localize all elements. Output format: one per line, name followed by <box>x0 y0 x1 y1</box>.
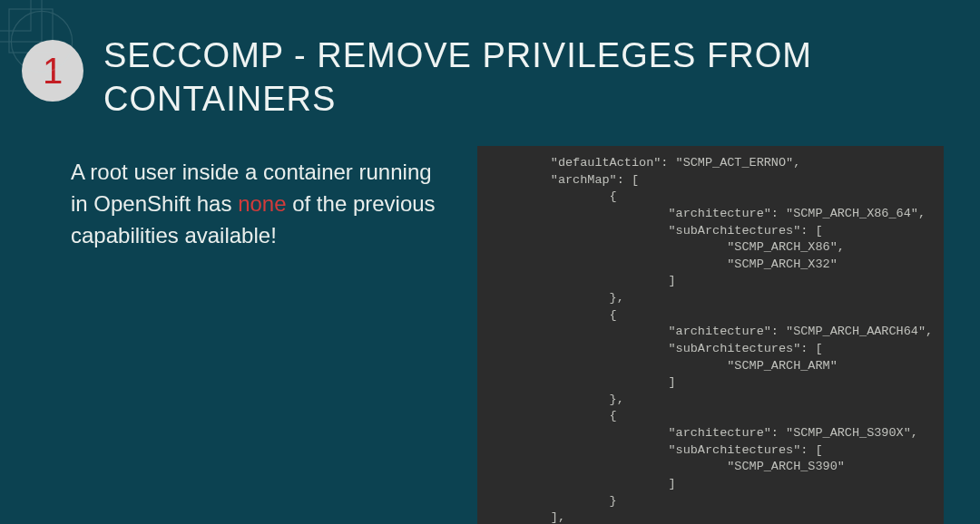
slide-content: A root user inside a container running i… <box>0 121 980 524</box>
code-block: "defaultAction": "SCMP_ACT_ERRNO", "arch… <box>492 155 929 524</box>
description-column: A root user inside a container running i… <box>71 157 452 524</box>
desc-highlight: none <box>238 191 286 216</box>
slide-title: SECCOMP - REMOVE PRIVILEGES FROM CONTAIN… <box>103 34 926 121</box>
code-panel: "defaultAction": "SCMP_ACT_ERRNO", "arch… <box>477 146 944 524</box>
slide-number-badge: 1 <box>22 40 83 102</box>
slide-header: 1 SECCOMP - REMOVE PRIVILEGES FROM CONTA… <box>0 0 980 121</box>
slide-number: 1 <box>43 51 63 92</box>
description-text: A root user inside a container running i… <box>71 157 452 251</box>
